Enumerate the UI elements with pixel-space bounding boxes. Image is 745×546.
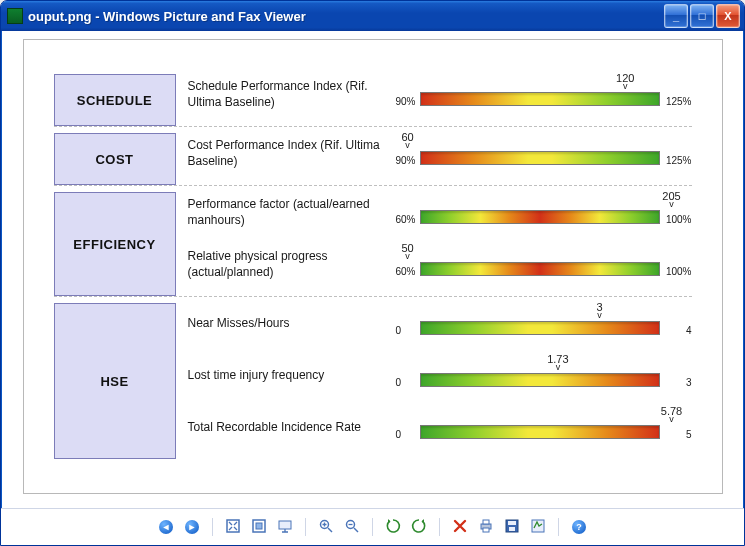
edit-button[interactable] bbox=[528, 517, 548, 537]
next-icon: ► bbox=[185, 520, 199, 534]
gauge-bar bbox=[420, 262, 660, 276]
gauge-min: 0 bbox=[396, 429, 402, 440]
app-window: ouput.png - Windows Picture and Fax View… bbox=[0, 0, 745, 546]
app-icon bbox=[7, 8, 23, 24]
gauge: 120v90%125% bbox=[396, 76, 692, 112]
gauge-min: 90% bbox=[396, 155, 416, 166]
metric-row: Lost time injury frequency1.73v03 bbox=[188, 355, 692, 407]
next-button[interactable]: ► bbox=[182, 517, 202, 537]
gauge-pointer: 205v bbox=[662, 190, 680, 207]
rotate-cw-button[interactable] bbox=[409, 517, 429, 537]
gauge-bar bbox=[420, 373, 660, 387]
gauge-max: 125% bbox=[666, 96, 692, 107]
category-row: HSENear Misses/Hours3v04Lost time injury… bbox=[54, 303, 692, 459]
category-row: SCHEDULESchedule Performance Index (Rif.… bbox=[54, 74, 692, 127]
actual-size-button[interactable] bbox=[249, 517, 269, 537]
gauge: 1.73v03 bbox=[396, 357, 692, 393]
kpi-dashboard: SCHEDULESchedule Performance Index (Rif.… bbox=[23, 39, 723, 494]
toolbar: ◄►? bbox=[1, 508, 744, 545]
delete-icon bbox=[452, 518, 468, 536]
metric-label: Near Misses/Hours bbox=[188, 315, 396, 331]
gauge: 3v04 bbox=[396, 305, 692, 341]
help-button[interactable]: ? bbox=[569, 517, 589, 537]
gauge-max: 100% bbox=[666, 214, 692, 225]
category-row: COSTCost Performance Index (Rif. Ultima … bbox=[54, 133, 692, 186]
window-title: ouput.png - Windows Picture and Fax View… bbox=[28, 9, 306, 24]
metric-row: Schedule Performance Index (Rif. Ultima … bbox=[188, 74, 692, 126]
toolbar-separator bbox=[372, 518, 373, 536]
category-label: EFFICIENCY bbox=[54, 192, 176, 296]
save-button[interactable] bbox=[502, 517, 522, 537]
rotate-ccw-button[interactable] bbox=[383, 517, 403, 537]
fit-button[interactable] bbox=[223, 517, 243, 537]
metric-label: Relative physical progress (actual/plann… bbox=[188, 248, 396, 280]
gauge-bar bbox=[420, 210, 660, 224]
gauge-bar bbox=[420, 92, 660, 106]
gauge-bar bbox=[420, 425, 660, 439]
zoom-in-button[interactable] bbox=[316, 517, 336, 537]
gauge: 60v90%125% bbox=[396, 135, 692, 171]
zoom-in-icon bbox=[318, 518, 334, 536]
slideshow-icon bbox=[277, 518, 293, 536]
gauge-max: 3 bbox=[686, 377, 692, 388]
gauge: 50v60%100% bbox=[396, 246, 692, 282]
gauge-min: 90% bbox=[396, 96, 416, 107]
actual-size-icon bbox=[251, 518, 267, 536]
gauge-pointer: 5.78v bbox=[661, 405, 682, 422]
gauge-pointer: 50v bbox=[401, 242, 413, 259]
toolbar-separator bbox=[439, 518, 440, 536]
gauge: 205v60%100% bbox=[396, 194, 692, 230]
rotate-cw-icon bbox=[411, 518, 427, 536]
gauge-min: 0 bbox=[396, 325, 402, 336]
svg-rect-12 bbox=[532, 520, 544, 532]
metric-row: Relative physical progress (actual/plann… bbox=[188, 244, 692, 296]
toolbar-separator bbox=[305, 518, 306, 536]
save-icon bbox=[504, 518, 520, 536]
fit-icon bbox=[225, 518, 241, 536]
metric-label: Total Recordable Incidence Rate bbox=[188, 419, 396, 435]
gauge-max: 100% bbox=[666, 266, 692, 277]
metric-row: Performance factor (actual/earned manhou… bbox=[188, 192, 692, 244]
zoom-out-icon bbox=[344, 518, 360, 536]
metric-label: Lost time injury frequency bbox=[188, 367, 396, 383]
titlebar[interactable]: ouput.png - Windows Picture and Fax View… bbox=[1, 1, 744, 31]
gauge-pointer: 3v bbox=[596, 301, 602, 318]
zoom-out-button[interactable] bbox=[342, 517, 362, 537]
image-viewport[interactable]: SCHEDULESchedule Performance Index (Rif.… bbox=[1, 31, 744, 508]
svg-rect-11 bbox=[509, 527, 515, 531]
gauge-max: 5 bbox=[686, 429, 692, 440]
slideshow-button[interactable] bbox=[275, 517, 295, 537]
delete-button[interactable] bbox=[450, 517, 470, 537]
gauge-max: 4 bbox=[686, 325, 692, 336]
close-button[interactable]: X bbox=[716, 4, 740, 28]
gauge-min: 60% bbox=[396, 266, 416, 277]
svg-rect-3 bbox=[279, 521, 291, 529]
maximize-button[interactable]: □ bbox=[690, 4, 714, 28]
gauge-pointer: 120v bbox=[616, 72, 634, 89]
gauge-max: 125% bbox=[666, 155, 692, 166]
metric-label: Performance factor (actual/earned manhou… bbox=[188, 196, 396, 228]
minimize-button[interactable]: _ bbox=[664, 4, 688, 28]
gauge-pointer: 60v bbox=[401, 131, 413, 148]
category-label: SCHEDULE bbox=[54, 74, 176, 126]
print-button[interactable] bbox=[476, 517, 496, 537]
toolbar-separator bbox=[558, 518, 559, 536]
gauge-bar bbox=[420, 321, 660, 335]
category-label: HSE bbox=[54, 303, 176, 459]
metric-label: Schedule Performance Index (Rif. Ultima … bbox=[188, 78, 396, 110]
toolbar-separator bbox=[212, 518, 213, 536]
svg-rect-8 bbox=[483, 528, 489, 532]
metric-row: Cost Performance Index (Rif. Ultima Base… bbox=[188, 133, 692, 185]
gauge-min: 60% bbox=[396, 214, 416, 225]
svg-rect-7 bbox=[483, 520, 489, 524]
gauge: 5.78v05 bbox=[396, 409, 692, 445]
previous-button[interactable]: ◄ bbox=[156, 517, 176, 537]
metric-row: Near Misses/Hours3v04 bbox=[188, 303, 692, 355]
gauge-min: 0 bbox=[396, 377, 402, 388]
svg-rect-2 bbox=[256, 523, 262, 529]
print-icon bbox=[478, 518, 494, 536]
help-icon: ? bbox=[572, 520, 586, 534]
svg-rect-10 bbox=[508, 521, 516, 525]
category-label: COST bbox=[54, 133, 176, 185]
gauge-bar bbox=[420, 151, 660, 165]
